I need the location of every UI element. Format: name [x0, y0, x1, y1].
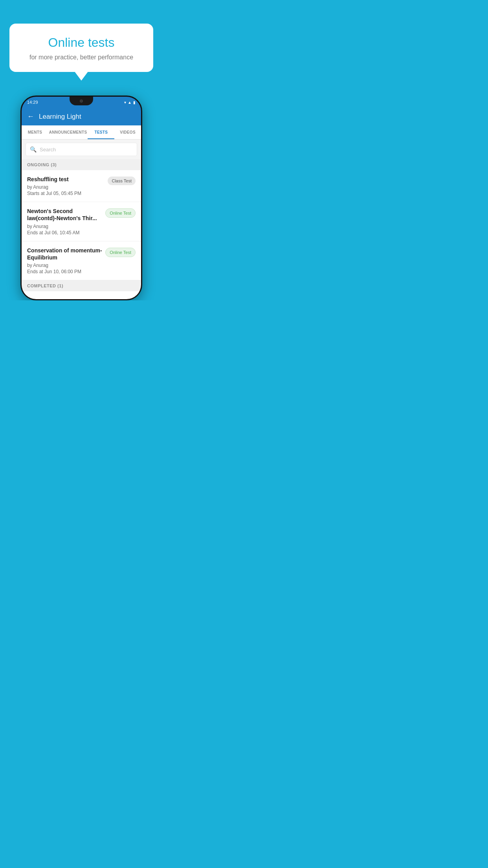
test-badge-online: Online Test	[105, 208, 136, 218]
status-bar: 14:29 ▾ ▲ ▮	[22, 97, 141, 108]
search-icon: 🔍	[30, 146, 37, 153]
test-list: Reshuffling test by Anurag Starts at Jul…	[22, 170, 141, 280]
test-date: Starts at Jul 05, 05:45 PM	[27, 191, 105, 196]
test-name: Conservation of momentum-Equilibrium	[27, 247, 102, 261]
test-info: Newton's Second law(contd)-Newton's Thir…	[27, 208, 102, 235]
promo-title: Online tests	[19, 35, 144, 50]
search-input[interactable]: Search	[40, 147, 56, 153]
phone-mockup: 14:29 ▾ ▲ ▮ ← Learning Light MENTS ANNOU…	[0, 96, 163, 300]
wifi-icon: ▾	[124, 100, 126, 105]
test-item[interactable]: Newton's Second law(contd)-Newton's Thir…	[22, 202, 141, 241]
status-icons: ▾ ▲ ▮	[124, 100, 136, 105]
test-item[interactable]: Conservation of momentum-Equilibrium by …	[22, 241, 141, 280]
signal-icon: ▲	[128, 100, 132, 105]
test-date: Ends at Jul 06, 10:45 AM	[27, 230, 102, 235]
speech-bubble: Online tests for more practice, better p…	[9, 24, 153, 72]
phone-frame: 14:29 ▾ ▲ ▮ ← Learning Light MENTS ANNOU…	[20, 96, 142, 300]
tab-announcements[interactable]: ANNOUNCEMENTS	[48, 125, 88, 139]
tabs-bar: MENTS ANNOUNCEMENTS TESTS VIDEOS	[22, 125, 141, 140]
test-badge-class: Class Test	[108, 177, 136, 185]
test-by: by Anurag	[27, 224, 102, 229]
test-badge-online-2: Online Test	[105, 248, 136, 257]
camera-dot	[80, 99, 83, 103]
test-by: by Anurag	[27, 184, 105, 190]
test-by: by Anurag	[27, 263, 102, 268]
test-info: Reshuffling test by Anurag Starts at Jul…	[27, 176, 105, 196]
promo-subtitle: for more practice, better performance	[19, 54, 144, 61]
completed-section-header: COMPLETED (1)	[22, 280, 141, 291]
test-date: Ends at Jun 10, 06:00 PM	[27, 269, 102, 274]
search-wrapper: 🔍 Search	[22, 140, 141, 159]
search-bar[interactable]: 🔍 Search	[26, 143, 137, 156]
battery-icon: ▮	[133, 100, 136, 105]
test-info: Conservation of momentum-Equilibrium by …	[27, 247, 102, 274]
app-title: Learning Light	[39, 113, 81, 121]
tab-videos[interactable]: VIDEOS	[114, 125, 141, 139]
promo-section: Online tests for more practice, better p…	[0, 16, 163, 72]
test-item[interactable]: Reshuffling test by Anurag Starts at Jul…	[22, 170, 141, 202]
ongoing-section-header: ONGOING (3)	[22, 159, 141, 170]
phone-bottom	[22, 291, 141, 299]
status-time: 14:29	[27, 100, 38, 105]
test-name: Newton's Second law(contd)-Newton's Thir…	[27, 208, 102, 222]
test-name: Reshuffling test	[27, 176, 105, 183]
app-header: ← Learning Light	[22, 108, 141, 125]
tab-tests[interactable]: TESTS	[88, 125, 114, 139]
back-button[interactable]: ←	[27, 112, 34, 121]
tab-ments[interactable]: MENTS	[22, 125, 48, 139]
phone-notch	[70, 97, 93, 105]
